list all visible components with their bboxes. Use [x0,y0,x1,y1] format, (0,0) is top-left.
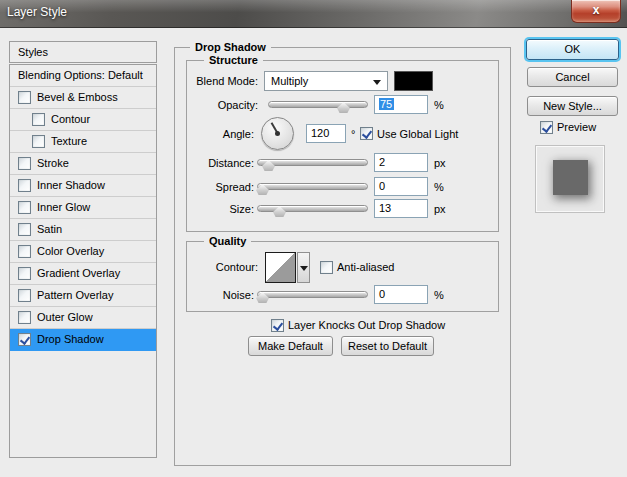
sidebar-item-inner-glow[interactable]: Inner Glow [10,197,156,219]
distance-label: Distance: [176,153,254,173]
layer-style-dialog: Layer Style x Styles Blending Options: D… [0,0,627,477]
gradient-overlay-checkbox[interactable] [18,267,31,280]
size-value: 13 [379,202,391,214]
color-overlay-checkbox[interactable] [18,245,31,258]
contour-picker-label: Contour: [180,257,258,277]
sidebar-item-color-overlay[interactable]: Color Overlay [10,241,156,263]
angle-hub [275,131,280,136]
contour-checkbox[interactable] [32,113,45,126]
sidebar-item-gradient-overlay[interactable]: Gradient Overlay [10,263,156,285]
inner-glow-checkbox[interactable] [18,201,31,214]
stroke-checkbox[interactable] [18,157,31,170]
anti-aliased-label: Anti-aliased [337,257,394,277]
structure-group-title: Structure [204,54,263,67]
opacity-slider-track[interactable] [268,101,368,108]
angle-value: 120 [311,127,329,139]
title-bar[interactable]: Layer Style x [0,0,627,28]
angle-dial[interactable] [261,117,294,150]
style-preview-thumbnail [535,145,605,213]
distance-input[interactable]: 2 [374,153,428,172]
preview-shadow-square [553,160,588,195]
quality-group-title: Quality [204,235,251,248]
outer-glow-checkbox[interactable] [18,311,31,324]
size-unit: px [434,199,446,219]
texture-checkbox[interactable] [32,135,45,148]
spread-input[interactable]: 0 [374,177,428,196]
contour-dropdown-arrow[interactable] [297,252,310,283]
styles-list: Blending Options: Default Bevel & Emboss… [9,64,157,458]
sidebar-item-stroke[interactable]: Stroke [10,153,156,175]
bevel-emboss-checkbox[interactable] [18,91,31,104]
preview-checkbox[interactable] [540,121,553,134]
blend-mode-dropdown[interactable]: Multiply [264,71,388,91]
styles-header-label: Styles [18,46,48,58]
sidebar-item-pattern-overlay[interactable]: Pattern Overlay [10,285,156,307]
sidebar-item-blending-options[interactable]: Blending Options: Default [10,65,156,87]
pattern-overlay-checkbox[interactable] [18,289,31,302]
sidebar-item-drop-shadow[interactable]: Drop Shadow [10,329,156,351]
window-title: Layer Style [7,5,67,19]
cancel-button[interactable]: Cancel [527,67,618,87]
noise-unit: % [434,285,444,305]
sidebar-item-contour[interactable]: Contour [10,109,156,131]
distance-unit: px [434,153,446,173]
size-label: Size: [176,199,254,219]
noise-value: 0 [379,288,385,300]
spread-slider-track[interactable] [257,183,368,190]
ok-button[interactable]: OK [526,39,619,60]
noise-label: Noise: [176,285,254,305]
angle-unit: ° [351,124,355,144]
drop-shadow-group-title: Drop Shadow [190,41,271,54]
satin-checkbox[interactable] [18,223,31,236]
sidebar-item-texture[interactable]: Texture [10,131,156,153]
spread-unit: % [434,177,444,197]
styles-panel-header: Styles [9,41,157,63]
noise-slider-track[interactable] [257,291,368,298]
shadow-color-swatch[interactable] [394,71,433,91]
drop-shadow-checkbox[interactable] [18,333,31,346]
use-global-light-label: Use Global Light [377,124,458,144]
anti-aliased-checkbox[interactable] [320,261,333,274]
opacity-label: Opacity: [180,95,258,115]
inner-shadow-checkbox[interactable] [18,179,31,192]
make-default-button[interactable]: Make Default [248,336,333,356]
sidebar-item-satin[interactable]: Satin [10,219,156,241]
preview-label: Preview [557,119,596,135]
opacity-input[interactable]: 75 [374,95,428,114]
sidebar-item-inner-shadow[interactable]: Inner Shadow [10,175,156,197]
opacity-unit: % [434,95,444,115]
new-style-button[interactable]: New Style... [527,96,618,116]
layer-knocks-out-label: Layer Knocks Out Drop Shadow [288,317,445,333]
distance-value: 2 [379,156,385,168]
noise-input[interactable]: 0 [374,285,428,304]
layer-knocks-out-checkbox[interactable] [271,319,284,332]
spread-label: Spread: [176,177,254,197]
blend-mode-value: Multiply [271,75,308,87]
angle-input[interactable]: 120 [306,124,346,143]
chevron-down-icon [373,80,381,85]
close-icon: x [593,3,600,17]
use-global-light-checkbox[interactable] [360,127,373,140]
sidebar-item-outer-glow[interactable]: Outer Glow [10,307,156,329]
opacity-value: 75 [379,98,394,110]
spread-value: 0 [379,180,385,192]
angle-label: Angle: [176,124,254,144]
reset-to-default-button[interactable]: Reset to Default [341,336,434,356]
size-slider-track[interactable] [257,205,368,212]
size-input[interactable]: 13 [374,199,428,218]
contour-thumbnail[interactable] [265,252,296,283]
blend-mode-label: Blend Mode: [180,71,258,91]
sidebar-item-bevel-emboss[interactable]: Bevel & Emboss [10,87,156,109]
close-button[interactable]: x [571,0,621,23]
